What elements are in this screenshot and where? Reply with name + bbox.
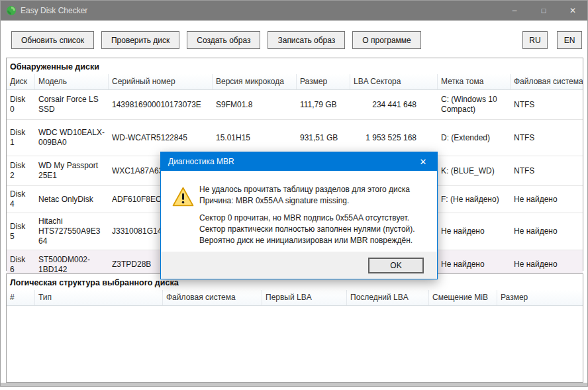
table-cell: Не найдено	[511, 223, 583, 240]
table-cell: NTFS	[511, 97, 583, 113]
column-header[interactable]: Первый LBA	[262, 290, 347, 305]
toolbar-buttons: Обновить списокПроверить дискСоздать обр…	[11, 31, 421, 49]
language-button[interactable]: EN	[557, 31, 582, 49]
warning-icon	[172, 187, 194, 207]
dialog-message-line: Причина: MBR 0x55AA signature missing.	[199, 195, 415, 207]
table-cell: Disk 0	[7, 91, 35, 118]
dialog-body: Не удалось прочитать таблицу разделов дл…	[161, 171, 437, 252]
window-title: Easy Disk Checker	[21, 6, 87, 15]
toolbar-button[interactable]: Создать образ	[187, 31, 260, 49]
toolbar-button[interactable]: Записать образ	[268, 31, 345, 49]
app-logo-icon	[6, 5, 17, 16]
table-cell: K: (BLUE_WD)	[438, 163, 511, 179]
table-row[interactable]: Disk 0Corsair Force LS SSD14398169000101…	[7, 90, 583, 120]
table-cell: 234 441 648	[350, 97, 438, 113]
table-cell: Не найдено	[438, 223, 511, 240]
column-header[interactable]: Файловая система	[511, 74, 583, 89]
dialog-footer: OK	[161, 252, 437, 279]
maximize-button[interactable]: □	[529, 1, 558, 21]
column-header[interactable]: Файловая система	[163, 290, 262, 305]
dialog-message-line: Вероятно диск не инициализирован или MBR…	[199, 235, 415, 246]
table-cell: Disk 5	[7, 219, 35, 245]
table-cell: WD My Passport 25E1	[35, 158, 109, 184]
table-cell: Hitachi HTS727550A9E364	[35, 213, 109, 250]
dialog-title-bar: Диагностика MBR ✕	[161, 152, 437, 171]
column-header[interactable]: Серийный номер	[109, 74, 213, 89]
minimize-button[interactable]: –	[500, 1, 529, 21]
table-cell: NTFS	[511, 163, 583, 179]
table-cell: 931,51 GB	[297, 130, 350, 146]
app-window: Easy Disk Checker – □ ✕ Обновить списокП…	[0, 0, 588, 387]
dialog-message-line	[199, 207, 415, 213]
language-button[interactable]: RU	[522, 31, 548, 49]
toolbar-button[interactable]: О программе	[352, 31, 420, 49]
table-cell: Disk 4	[7, 186, 35, 213]
table-cell: Не найдено	[511, 256, 583, 273]
language-buttons: RUEN	[520, 31, 582, 49]
column-header[interactable]: Смещение MiB	[429, 290, 497, 305]
column-header[interactable]: Последний LBA	[347, 290, 429, 305]
table-cell: WDC WD10EALX-009BA0	[35, 124, 109, 151]
structure-table-header: #ТипФайловая системаПервый LBAПоследний …	[7, 290, 583, 306]
table-cell: S9FM01.8	[213, 97, 297, 113]
column-header[interactable]: Тип	[35, 290, 163, 305]
table-cell: 111,79 GB	[297, 97, 350, 113]
table-cell: Disk 2	[7, 158, 35, 184]
dialog-title: Диагностика MBR	[168, 157, 234, 166]
logical-structure-section: Логическая структура выбранного диска #Т…	[6, 273, 583, 383]
column-header[interactable]: LBA Сектора	[350, 74, 438, 89]
table-cell: Disk 1	[7, 124, 35, 151]
disks-table-header: ДискМодельСерийный номерВерсия микрокода…	[7, 74, 583, 90]
toolbar-button[interactable]: Обновить список	[11, 31, 94, 49]
toolbar-button[interactable]: Проверить диск	[101, 31, 179, 49]
table-cell: D: (Extended)	[438, 130, 511, 146]
dialog-message-line: Сектор 0 прочитан, но MBR подпись 0x55AA…	[199, 213, 415, 224]
column-header[interactable]: Размер	[297, 74, 350, 89]
table-cell: 1 953 525 168	[350, 130, 438, 146]
column-header[interactable]: Версия микрокода	[213, 74, 297, 89]
column-header[interactable]: #	[7, 290, 35, 305]
dialog-message: Не удалось прочитать таблицу разделов дл…	[199, 184, 415, 252]
window-bottom-edge	[1, 383, 587, 386]
table-cell: F: (Не найдено)	[438, 191, 511, 208]
toolbar: Обновить списокПроверить дискСоздать обр…	[1, 21, 587, 49]
table-cell: Netac OnlyDisk	[35, 191, 109, 208]
table-cell: Не найдено	[511, 191, 583, 208]
detected-disks-title: Обнаруженные диски	[7, 58, 583, 74]
table-cell: Не найдено	[438, 256, 511, 273]
column-header[interactable]: Модель	[35, 74, 109, 89]
column-header[interactable]: Диск	[7, 74, 35, 89]
table-cell: 15.01H15	[213, 130, 297, 146]
table-row[interactable]: Disk 1WDC WD10EALX-009BA0WD-WCATR5122845…	[7, 120, 583, 156]
table-cell: 1439816900010173073E	[109, 97, 213, 113]
title-bar: Easy Disk Checker – □ ✕	[1, 1, 587, 21]
ok-button[interactable]: OK	[368, 258, 424, 273]
mbr-diagnostics-dialog: Диагностика MBR ✕ Не удалось прочитать т…	[160, 152, 438, 279]
table-cell: WD-WCATR5122845	[109, 130, 213, 146]
column-header[interactable]: Размер	[497, 290, 583, 305]
column-header[interactable]: Метка тома	[438, 74, 511, 89]
table-cell: C: (Windows 10 Compact)	[438, 91, 511, 118]
table-cell: Corsair Force LS SSD	[35, 91, 109, 118]
dialog-close-icon[interactable]: ✕	[409, 152, 437, 171]
dialog-message-line: Не удалось прочитать таблицу разделов дл…	[199, 184, 415, 195]
table-cell: NTFS	[511, 130, 583, 146]
dialog-message-line: Сектор практически полностью заполнен ну…	[199, 224, 415, 235]
close-button[interactable]: ✕	[558, 1, 587, 21]
